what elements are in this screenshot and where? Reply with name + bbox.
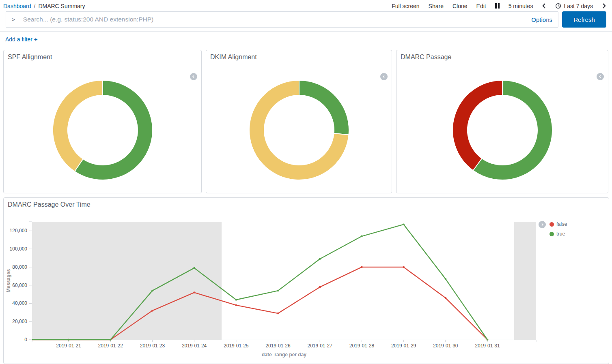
donut-slice-false[interactable] [52, 80, 102, 171]
spf-donut-chart[interactable] [52, 79, 153, 182]
legend-expand-icon[interactable] [539, 221, 546, 228]
refresh-button[interactable]: Refresh [562, 11, 606, 28]
legend-dot-true [550, 232, 554, 236]
svg-text:2019-01-26: 2019-01-26 [265, 343, 291, 349]
donut-slice-true[interactable] [299, 80, 349, 135]
svg-text:2019-01-25: 2019-01-25 [224, 343, 249, 349]
menu-edit[interactable]: Edit [476, 3, 486, 9]
menu-share[interactable]: Share [429, 3, 444, 9]
svg-text:120,000: 120,000 [10, 228, 28, 233]
panel-title: DKIM Alignment [206, 50, 392, 64]
dashboard-grid-row: SPF Allignment DKIM Alignment DMARC Pass… [0, 50, 612, 193]
svg-text:20,000: 20,000 [12, 319, 27, 324]
plus-icon: + [34, 36, 38, 43]
legend-label: true [556, 231, 565, 237]
svg-text:0: 0 [24, 337, 27, 343]
donut-wrap [206, 79, 392, 182]
svg-text:2019-01-30: 2019-01-30 [433, 343, 458, 349]
svg-text:100,000: 100,000 [10, 246, 28, 252]
page-title: DMARC Summary [38, 3, 85, 9]
add-filter-label: Add a filter [5, 36, 32, 43]
top-navbar: Dashboard / DMARC Summary Full screen Sh… [0, 0, 612, 11]
svg-text:2019-01-22: 2019-01-22 [98, 343, 123, 349]
panel-title: DMARC Passage Over Time [4, 198, 609, 212]
svg-text:2019-01-24: 2019-01-24 [182, 343, 207, 349]
svg-text:2019-01-31: 2019-01-31 [475, 343, 500, 349]
legend-item-false[interactable]: false [550, 221, 567, 227]
search-bar[interactable]: >_ Options [6, 11, 558, 28]
options-link[interactable]: Options [531, 16, 552, 23]
svg-text:80,000: 80,000 [12, 264, 27, 270]
donut-slice-false[interactable] [453, 80, 502, 171]
legend-collapse-icon[interactable] [597, 73, 604, 80]
clock-icon [555, 3, 561, 9]
panel-dkim-alignment: DKIM Alignment [206, 50, 392, 193]
svg-text:2019-01-28: 2019-01-28 [349, 343, 375, 349]
svg-text:2019-01-23: 2019-01-23 [140, 343, 165, 349]
svg-text:2019-01-29: 2019-01-29 [391, 343, 416, 349]
pause-autorefresh-icon[interactable] [495, 3, 500, 9]
time-range-button[interactable]: Last 7 days [555, 3, 593, 9]
legend-collapse-icon[interactable] [190, 73, 197, 80]
search-input[interactable] [23, 16, 526, 23]
legend-items: false true [550, 221, 567, 237]
breadcrumb-dashboard-link[interactable]: Dashboard [3, 3, 31, 9]
menu-clone[interactable]: Clone [453, 3, 468, 9]
svg-text:date_range per day: date_range per day [262, 352, 306, 358]
time-range-label: Last 7 days [564, 3, 593, 9]
legend-label: false [556, 221, 567, 227]
menu-full-screen[interactable]: Full screen [392, 3, 419, 9]
legend-collapse-icon[interactable] [380, 73, 388, 80]
console-prompt-icon: >_ [12, 16, 18, 23]
donut-wrap [397, 79, 608, 182]
time-step-forward-icon[interactable] [602, 3, 606, 9]
svg-text:Messages: Messages [6, 269, 11, 292]
panel-dmarc-passage: DMARC Passage [396, 50, 608, 193]
svg-text:40,000: 40,000 [12, 300, 27, 306]
panel-title: DMARC Passage [397, 50, 608, 64]
dmarc-donut-chart[interactable] [452, 79, 553, 182]
panel-spf-alignment: SPF Allignment [3, 50, 202, 193]
dkim-donut-chart[interactable] [248, 79, 350, 182]
breadcrumb-separator: / [34, 3, 36, 9]
breadcrumb: Dashboard / DMARC Summary [3, 3, 85, 9]
svg-text:2019-01-27: 2019-01-27 [308, 343, 333, 349]
add-filter-link[interactable]: Add a filter + [5, 36, 38, 43]
time-step-back-icon[interactable] [542, 3, 546, 9]
svg-text:2019-01-21: 2019-01-21 [56, 343, 81, 349]
svg-text:60,000: 60,000 [12, 283, 27, 288]
filter-bar: Add a filter + [0, 31, 612, 43]
timeseries-line-chart: 020,00040,00060,00080,000100,000120,0002… [4, 198, 609, 363]
refresh-interval-button[interactable]: 5 minutes [509, 3, 533, 9]
donut-wrap [4, 79, 201, 182]
panel-dmarc-passage-over-time: DMARC Passage Over Time 020,00040,00060,… [3, 197, 609, 364]
legend-item-true[interactable]: true [550, 231, 567, 237]
legend-dot-false [550, 222, 554, 227]
panel-title: SPF Allignment [4, 50, 201, 64]
chart-legend: false true [539, 221, 567, 237]
query-row: >_ Options Refresh [0, 11, 612, 28]
dashboard-menu: Full screen Share Clone Edit 5 minutes L… [392, 3, 606, 9]
